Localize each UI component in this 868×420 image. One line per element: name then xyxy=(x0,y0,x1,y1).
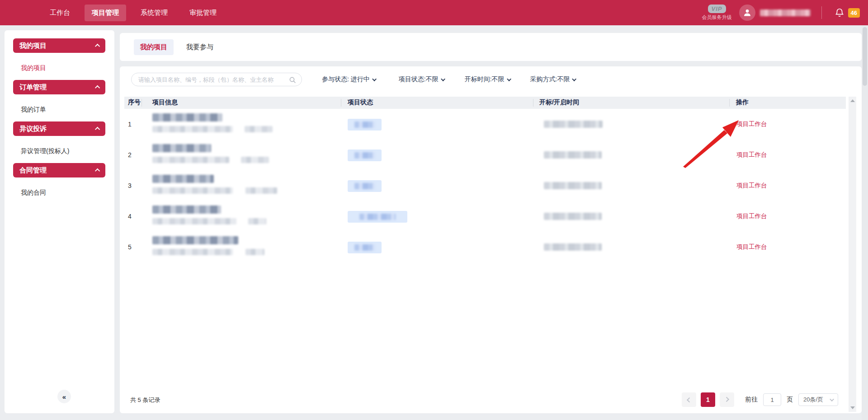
goto-page-input[interactable] xyxy=(763,393,781,406)
project-name-redacted xyxy=(152,144,211,152)
chevron-left-icon xyxy=(687,397,692,402)
sidebar-group-objection-complaint[interactable]: 异议投诉 xyxy=(13,121,105,136)
tab-want-to-participate[interactable]: 我要参与 xyxy=(180,39,220,55)
notification-count-badge[interactable]: 46 xyxy=(848,8,860,18)
column-header-project-status: 项目状态 xyxy=(348,98,373,107)
open-time-redacted xyxy=(544,151,602,159)
nav-item-workbench[interactable]: 工作台 xyxy=(42,5,77,21)
project-code-redacted xyxy=(152,249,233,255)
chevron-up-icon xyxy=(95,168,100,173)
column-divider xyxy=(341,99,341,107)
vip-upgrade-button[interactable]: VIP 会员服务升级 xyxy=(702,5,732,21)
column-header-actions: 操作 xyxy=(736,98,749,107)
project-code-redacted xyxy=(152,157,229,163)
top-navbar: 工作台 项目管理 系统管理 审批管理 VIP 会员服务升级 46 xyxy=(0,0,868,25)
next-page-button[interactable] xyxy=(720,392,734,407)
user-avatar[interactable] xyxy=(739,5,755,21)
sidebar: 我的项目 我的项目 订单管理 我的订单 异议投诉 异议管理(投标人) 合同管理 … xyxy=(5,30,114,413)
prev-page-button[interactable] xyxy=(682,392,696,407)
chevron-down-icon xyxy=(441,77,445,81)
table-scrollbar[interactable] xyxy=(849,97,856,412)
search-input[interactable] xyxy=(138,76,288,83)
table-header: 序号 项目信息 项目状态 开标/开启时间 操作 xyxy=(124,97,846,109)
filter-label: 采购方式:不限 xyxy=(530,75,570,84)
table-body: 1 项目工作台 2 项目工作台 3 xyxy=(124,109,846,262)
project-name-redacted xyxy=(152,175,214,183)
content-card: 参与状态: 进行中 项目状态:不限 开标时间:不限 采购方式:不限 序号 项目信… xyxy=(120,66,862,413)
sidebar-item-my-contracts[interactable]: 我的合同 xyxy=(5,184,114,202)
project-workbench-link[interactable]: 项目工作台 xyxy=(736,151,767,159)
status-badge xyxy=(348,211,407,223)
vip-caption: 会员服务升级 xyxy=(702,14,732,21)
search-icon[interactable] xyxy=(289,76,296,84)
table-row: 5 项目工作台 xyxy=(124,232,846,262)
chevron-down-icon xyxy=(507,77,511,81)
pagination: 1 前往 页 20条/页 xyxy=(682,392,838,408)
project-code-redacted xyxy=(152,187,233,194)
row-seq: 3 xyxy=(128,170,132,201)
status-badge xyxy=(348,119,382,131)
sidebar-item-my-orders[interactable]: 我的订单 xyxy=(5,101,114,119)
sidebar-collapse-button[interactable]: « xyxy=(57,390,71,403)
row-seq: 5 xyxy=(128,232,132,262)
project-meta-redacted xyxy=(241,157,269,163)
search-box xyxy=(131,73,302,86)
filter-participation-status[interactable]: 参与状态: 进行中 xyxy=(322,75,377,84)
tabs-bar: 我的项目 我要参与 xyxy=(120,33,862,61)
chevron-down-icon xyxy=(830,397,834,401)
sidebar-item-my-projects[interactable]: 我的项目 xyxy=(5,59,114,77)
sidebar-group-title: 订单管理 xyxy=(19,83,47,92)
filter-bid-opening-time[interactable]: 开标时间:不限 xyxy=(465,75,511,84)
sidebar-group-order-management[interactable]: 订单管理 xyxy=(13,80,105,94)
nav-item-project-management[interactable]: 项目管理 xyxy=(85,5,126,21)
page-size-select[interactable]: 20条/页 xyxy=(798,393,838,406)
row-seq: 4 xyxy=(128,201,132,232)
nav-divider xyxy=(821,6,822,19)
page-scrollbar-thumb[interactable] xyxy=(863,27,867,86)
project-meta-redacted xyxy=(245,249,264,255)
filter-label: 开标时间:不限 xyxy=(465,75,505,84)
scroll-up-icon[interactable] xyxy=(850,99,855,102)
open-time-redacted xyxy=(544,243,602,251)
project-workbench-link[interactable]: 项目工作台 xyxy=(736,212,767,220)
table-row: 3 项目工作台 xyxy=(124,170,846,201)
project-code-redacted xyxy=(152,218,236,224)
filter-project-status[interactable]: 项目状态:不限 xyxy=(399,75,445,84)
project-workbench-link[interactable]: 项目工作台 xyxy=(736,182,767,190)
chevron-up-icon xyxy=(95,85,100,90)
status-badge xyxy=(348,180,382,192)
goto-label: 前往 xyxy=(745,396,758,404)
tab-my-projects[interactable]: 我的项目 xyxy=(134,39,174,55)
sidebar-group-title: 异议投诉 xyxy=(19,125,47,133)
project-name-redacted xyxy=(152,236,238,244)
project-workbench-link[interactable]: 项目工作台 xyxy=(736,243,767,251)
row-seq: 2 xyxy=(128,140,132,170)
person-icon xyxy=(743,8,752,17)
sidebar-group-contract-management[interactable]: 合同管理 xyxy=(13,163,105,177)
page-scrollbar[interactable] xyxy=(862,25,868,420)
filter-procurement-method[interactable]: 采购方式:不限 xyxy=(530,75,577,84)
notification-bell-icon[interactable] xyxy=(835,8,844,18)
nav-item-approval-management[interactable]: 审批管理 xyxy=(182,5,224,21)
record-count-text: 共 5 条记录 xyxy=(130,396,160,404)
open-time-redacted xyxy=(544,182,602,189)
nav-item-system-management[interactable]: 系统管理 xyxy=(133,5,175,21)
column-header-open-time: 开标/开启时间 xyxy=(539,98,579,107)
chevron-down-icon xyxy=(372,77,377,81)
sidebar-item-objection-management[interactable]: 异议管理(投标人) xyxy=(5,142,114,160)
status-badge xyxy=(348,149,382,161)
page-number-button[interactable]: 1 xyxy=(701,392,715,407)
page-size-value: 20条/页 xyxy=(803,396,823,404)
username-redacted[interactable] xyxy=(760,9,811,16)
project-meta-redacted xyxy=(245,187,277,194)
vip-badge-icon: VIP xyxy=(708,5,726,13)
table-footer: 共 5 条记录 1 前往 页 20条/页 xyxy=(120,392,862,408)
column-header-seq: 序号 xyxy=(128,98,141,107)
project-name-redacted xyxy=(152,113,222,121)
project-workbench-link[interactable]: 项目工作台 xyxy=(736,120,767,128)
status-badge xyxy=(348,242,382,253)
sidebar-group-title: 我的项目 xyxy=(19,42,47,50)
sidebar-group-my-projects[interactable]: 我的项目 xyxy=(13,38,105,53)
sidebar-group-title: 合同管理 xyxy=(19,166,47,175)
filter-label: 参与状态: 进行中 xyxy=(322,75,370,84)
